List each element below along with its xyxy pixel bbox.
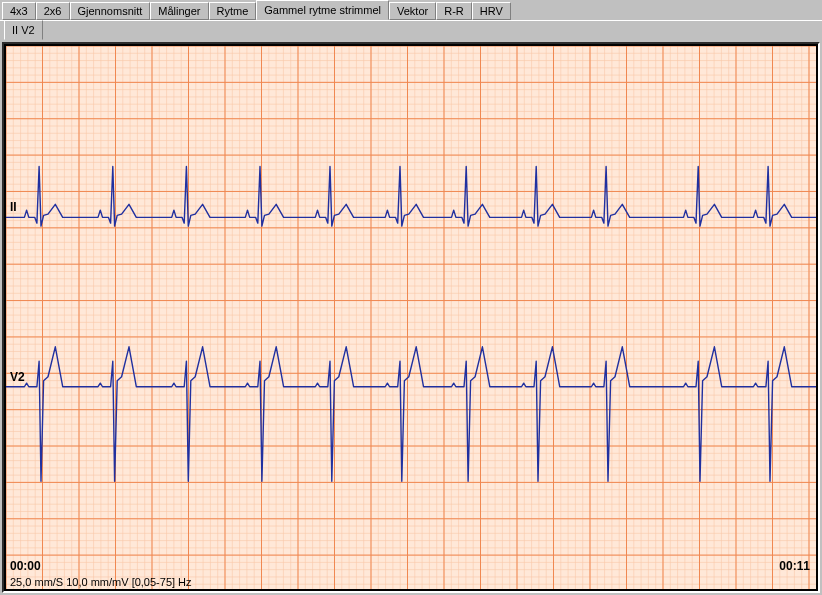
subtab-ii-v2[interactable]: II V2 <box>4 20 43 40</box>
tab-hrv[interactable]: HRV <box>472 2 511 20</box>
tab-4x3[interactable]: 4x3 <box>2 2 36 20</box>
ecg-traces <box>6 46 816 589</box>
time-start: 00:00 <box>10 559 41 573</box>
content-frame: II V2 00:00 00:11 25,0 mm/S 10,0 mm/mV [… <box>2 42 820 593</box>
lead-label-ii: II <box>10 200 17 214</box>
tab-gjennomsnitt[interactable]: Gjennomsnitt <box>70 2 151 20</box>
sub-tab-row: II V2 <box>0 20 822 40</box>
ecg-area: II V2 00:00 00:11 25,0 mm/S 10,0 mm/mV [… <box>6 46 816 589</box>
tab-vektor[interactable]: Vektor <box>389 2 436 20</box>
ecg-window: 4x32x6GjennomsnittMålingerRytmeGammel ry… <box>0 0 822 595</box>
main-tab-row: 4x32x6GjennomsnittMålingerRytmeGammel ry… <box>0 0 822 20</box>
tab-rytme[interactable]: Rytme <box>209 2 257 20</box>
tab-m-linger[interactable]: Målinger <box>150 2 208 20</box>
tab-r-r[interactable]: R-R <box>436 2 472 20</box>
lead-label-v2: V2 <box>10 370 25 384</box>
time-end: 00:11 <box>779 559 810 573</box>
scale-info: 25,0 mm/S 10,0 mm/mV [0,05-75] Hz <box>10 576 192 588</box>
tab-2x6[interactable]: 2x6 <box>36 2 70 20</box>
tab-gammel-rytme-strimmel[interactable]: Gammel rytme strimmel <box>256 0 389 20</box>
